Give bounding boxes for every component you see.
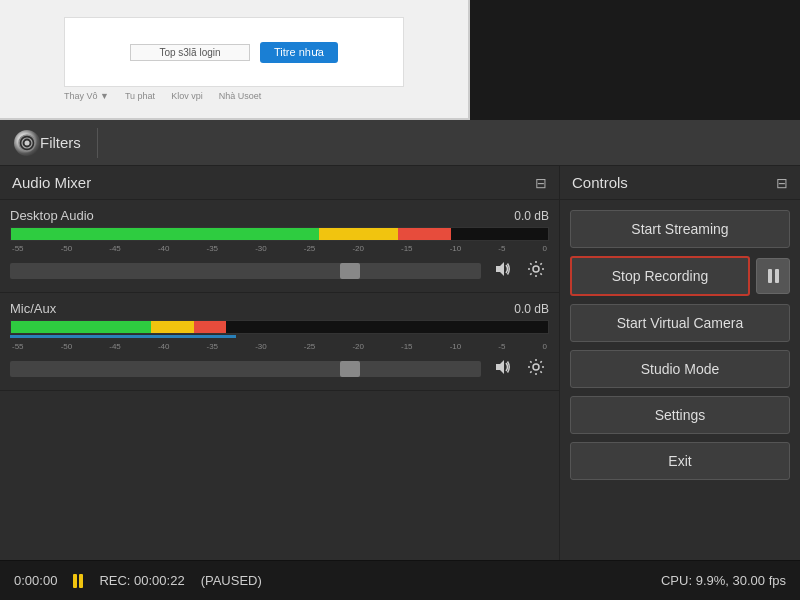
overlay-text-field: Top s3lã login	[130, 44, 250, 61]
desktop-slider-thumb	[340, 263, 360, 279]
status-paused-label: (PAUSED)	[201, 573, 262, 588]
controls-buttons-container: Start Streaming Stop Recording Start Vir…	[560, 200, 800, 600]
mic-aux-controls	[10, 356, 549, 382]
status-pause-bar-right	[79, 574, 83, 588]
overlay-bottom-item-4: Nhà Usoet	[219, 91, 262, 101]
mic-slider-thumb	[340, 361, 360, 377]
browser-overlay: Top s3lã login Titre nhưa Thay Vô ▼ Tu p…	[0, 0, 470, 120]
mic-vu-labels: -55 -50 -45 -40 -35 -30 -25 -20 -15 -10 …	[10, 342, 549, 351]
desktop-vu-meter	[10, 227, 549, 241]
stop-recording-row: Stop Recording	[570, 256, 790, 296]
desktop-audio-header: Desktop Audio 0.0 dB	[10, 208, 549, 223]
status-bar: 0:00:00 REC: 00:00:22 (PAUSED) CPU: 9.9%…	[0, 560, 800, 600]
studio-mode-button[interactable]: Studio Mode	[570, 350, 790, 388]
controls-header: Controls ⊟	[560, 166, 800, 200]
exit-button[interactable]: Exit	[570, 442, 790, 480]
audio-mixer-header: Audio Mixer ⊟	[0, 166, 559, 200]
controls-title: Controls	[572, 174, 628, 191]
pause-bar-right	[775, 269, 779, 283]
mic-aux-header: Mic/Aux 0.0 dB	[10, 301, 549, 316]
obs-main-window: Filters Audio Mixer ⊟ Desktop Audio 0.0 …	[0, 120, 800, 600]
mic-aux-db: 0.0 dB	[514, 302, 549, 316]
mic-vu-meter	[10, 320, 549, 334]
desktop-settings-button[interactable]	[523, 258, 549, 284]
obs-logo	[14, 130, 40, 156]
filters-label: Filters	[40, 134, 81, 151]
desktop-audio-db: 0.0 dB	[514, 209, 549, 223]
pause-bar-left	[768, 269, 772, 283]
mic-vu-bar	[11, 321, 226, 333]
mic-aux-channel: Mic/Aux 0.0 dB -55 -50 -45 -40 -35 -30 -…	[0, 293, 559, 391]
controls-panel: Controls ⊟ Start Streaming Stop Recordin…	[560, 166, 800, 600]
pause-icon	[768, 269, 779, 283]
overlay-bottom-item-1: Thay Vô ▼	[64, 91, 109, 101]
mic-volume-slider[interactable]	[10, 361, 481, 377]
audio-mixer-undock-button[interactable]: ⊟	[535, 175, 547, 191]
status-time: 0:00:00	[14, 573, 57, 588]
desktop-mute-button[interactable]	[489, 258, 515, 284]
pause-recording-button[interactable]	[756, 258, 790, 294]
audio-mixer-panel: Audio Mixer ⊟ Desktop Audio 0.0 dB -55 -…	[0, 166, 560, 600]
desktop-audio-name: Desktop Audio	[10, 208, 94, 223]
overlay-bottom-item-2: Tu phat	[125, 91, 155, 101]
status-pause-button[interactable]	[73, 574, 83, 588]
top-bar-divider	[97, 128, 98, 158]
svg-marker-3	[496, 262, 504, 276]
desktop-vu-labels: -55 -50 -45 -40 -35 -30 -25 -20 -15 -10 …	[10, 244, 549, 253]
audio-mixer-title: Audio Mixer	[12, 174, 91, 191]
controls-undock-button[interactable]: ⊟	[776, 175, 788, 191]
main-content: Audio Mixer ⊟ Desktop Audio 0.0 dB -55 -…	[0, 166, 800, 600]
status-pause-bar-left	[73, 574, 77, 588]
mic-mute-button[interactable]	[489, 356, 515, 382]
mic-blue-indicator	[10, 335, 236, 338]
desktop-volume-slider[interactable]	[10, 263, 481, 279]
svg-point-2	[25, 140, 30, 145]
desktop-vu-bar	[11, 228, 451, 240]
svg-point-4	[533, 266, 539, 272]
overlay-dialog: Top s3lã login Titre nhưa	[64, 17, 404, 87]
overlay-bottom-item-3: Klov vpi	[171, 91, 203, 101]
mic-aux-name: Mic/Aux	[10, 301, 56, 316]
overlay-bottom-bar: Thay Vô ▼ Tu phat Klov vpi Nhà Usoet	[64, 91, 404, 101]
settings-button[interactable]: Settings	[570, 396, 790, 434]
status-cpu: CPU: 9.9%, 30.00 fps	[661, 573, 786, 588]
top-bar: Filters	[0, 120, 800, 166]
start-virtual-camera-button[interactable]: Start Virtual Camera	[570, 304, 790, 342]
mic-settings-button[interactable]	[523, 356, 549, 382]
desktop-audio-channel: Desktop Audio 0.0 dB -55 -50 -45 -40 -35…	[0, 200, 559, 293]
svg-point-6	[533, 364, 539, 370]
svg-marker-5	[496, 360, 504, 374]
overlay-blue-button[interactable]: Titre nhưa	[260, 42, 338, 63]
stop-recording-button[interactable]: Stop Recording	[570, 256, 750, 296]
desktop-audio-controls	[10, 258, 549, 284]
status-rec-time: REC: 00:00:22	[99, 573, 184, 588]
start-streaming-button[interactable]: Start Streaming	[570, 210, 790, 248]
